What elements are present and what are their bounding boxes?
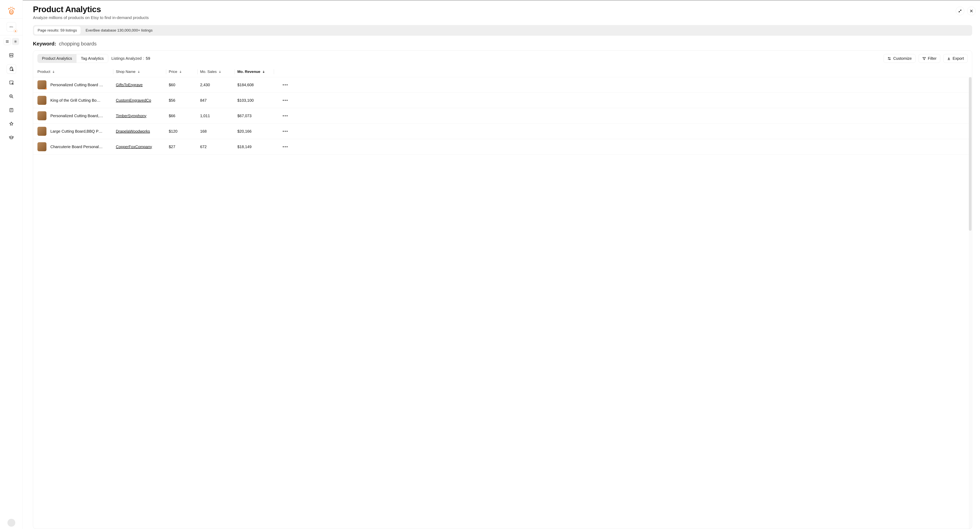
calculator-icon [9, 108, 14, 113]
more-icon: ••• [282, 144, 288, 149]
sales-cell: 2,430 [200, 83, 237, 87]
more-icon: ••• [282, 98, 288, 103]
table-row[interactable]: King of the Grill Cutting Bo… CustomEngr… [33, 93, 972, 108]
col-price-label: Price [169, 70, 177, 74]
nav-item-bag-search[interactable] [7, 64, 16, 74]
shop-cell: GiftsToEngrave [116, 83, 169, 87]
sales-cell: 168 [200, 129, 237, 133]
pill-database[interactable]: EverBee database 130,000,000+ listings [82, 26, 156, 35]
arrow-down-icon [262, 70, 265, 73]
page-subtitle: Analyze millions of products on Etsy to … [33, 15, 972, 20]
row-actions[interactable]: ••• [277, 98, 294, 103]
star-icon [9, 121, 14, 126]
revenue-cell: $67,073 [237, 114, 277, 118]
shop-cell: TimberSymphony [116, 114, 169, 118]
tab-product-analytics-label: Product Analytics [42, 56, 72, 60]
row-actions[interactable]: ••• [277, 144, 294, 149]
tab-product-analytics[interactable]: Product Analytics [38, 54, 76, 63]
vertical-scrollbar[interactable] [969, 77, 972, 529]
nav-item-store[interactable] [7, 51, 16, 60]
col-product-label: Product [37, 70, 50, 74]
nav-item-calculator[interactable] [7, 105, 16, 115]
product-cell: Large Cutting Board,BBQ P… [37, 127, 116, 136]
gear-icon [14, 40, 17, 43]
product-name: Large Cutting Board,BBQ P… [50, 129, 102, 133]
row-actions[interactable]: ••• [277, 82, 294, 87]
product-name: Charcuterie Board Personal… [50, 145, 103, 149]
shop-search-icon [9, 80, 14, 85]
arrow-down-icon [179, 70, 182, 73]
row-actions[interactable]: ••• [277, 129, 294, 134]
settings-toggle-button[interactable] [12, 38, 19, 45]
shop-link[interactable]: CopperFoxCompany [116, 145, 152, 149]
filter-button[interactable]: Filter [919, 54, 940, 63]
col-sales[interactable]: Mo. Sales [200, 70, 237, 74]
pill-page-results[interactable]: Page results: 59 listings [34, 26, 81, 35]
product-thumb [37, 96, 46, 105]
shop-cell: CopperFoxCompany [116, 145, 169, 149]
more-icon: ••• [282, 82, 288, 87]
avatar-zone [8, 516, 15, 529]
product-cell: King of the Grill Cutting Bo… [37, 96, 116, 105]
tab-tag-analytics-label: Tag Analytics [81, 56, 104, 60]
export-button[interactable]: Export [943, 54, 968, 63]
svg-point-9 [889, 59, 890, 60]
minimize-button[interactable] [956, 7, 964, 15]
shop-link[interactable]: GiftsToEngrave [116, 83, 143, 87]
shop-link[interactable]: DrapelaWoodworks [116, 129, 150, 133]
price-cell: $27 [169, 145, 200, 149]
table-row[interactable]: Charcuterie Board Personal… CopperFoxCom… [33, 139, 972, 154]
arrow-down-icon [137, 70, 140, 73]
col-product[interactable]: Product [37, 70, 116, 74]
shop-link[interactable]: CustomEngravedCo [116, 98, 151, 102]
table-row[interactable]: Personalized Cutting Board … GiftsToEngr… [33, 77, 972, 93]
table-row[interactable]: Personalized Cutting Board,… TimberSymph… [33, 108, 972, 124]
price-cell: $120 [169, 129, 200, 133]
pill-database-label: EverBee database 130,000,000+ listings [86, 28, 153, 32]
listings-analyzed: Listings Analyzed : 59 [111, 56, 150, 61]
col-price[interactable]: Price [169, 70, 200, 74]
store-badge[interactable]: wfos [7, 22, 16, 32]
results-table: Product Shop Name Price [33, 67, 972, 529]
col-shop[interactable]: Shop Name [116, 70, 169, 74]
download-icon [947, 57, 951, 60]
col-revenue-label: Mo. Revenue [237, 70, 260, 74]
nav-item-favorites[interactable] [7, 119, 16, 129]
storefront-icon [9, 53, 14, 58]
arrow-down-icon [218, 70, 221, 73]
nav-item-keyword[interactable]: W [7, 92, 16, 101]
price-cell: $66 [169, 114, 200, 118]
customize-button[interactable]: Customize [884, 54, 915, 63]
product-cell: Charcuterie Board Personal… [37, 142, 116, 151]
product-cell: Personalized Cutting Board,… [37, 111, 116, 120]
arrow-down-icon [52, 70, 55, 73]
svg-point-1 [15, 30, 16, 32]
nav-toggle-group [2, 35, 21, 48]
nav-item-learn[interactable] [7, 133, 16, 142]
close-icon [970, 9, 973, 13]
svg-text:W: W [10, 95, 12, 97]
panel-header: Product Analytics Tag Analytics Listings… [33, 51, 972, 67]
listings-analyzed-label: Listings Analyzed : [111, 56, 144, 61]
product-thumb [37, 142, 46, 151]
revenue-cell: $103,100 [237, 98, 277, 103]
table-row[interactable]: Large Cutting Board,BBQ P… DrapelaWoodwo… [33, 124, 972, 139]
shop-link[interactable]: TimberSymphony [116, 114, 146, 118]
window-actions [956, 7, 976, 15]
menu-toggle-button[interactable] [4, 38, 11, 45]
close-button[interactable] [967, 7, 976, 15]
pill-page-results-label: Page results: 59 listings [38, 28, 77, 32]
col-revenue[interactable]: Mo. Revenue [237, 70, 277, 74]
customize-label: Customize [893, 56, 912, 61]
row-actions[interactable]: ••• [277, 113, 294, 118]
keyword-value: chopping boards [59, 41, 96, 47]
keyword-label: Keyword: [33, 41, 56, 47]
export-label: Export [953, 56, 964, 61]
nav-item-shop-search[interactable] [7, 78, 16, 87]
tab-tag-analytics[interactable]: Tag Analytics [76, 54, 108, 63]
sliders-icon [887, 57, 891, 60]
analytics-tab-group: Product Analytics Tag Analytics [37, 54, 108, 63]
user-avatar[interactable] [8, 519, 15, 527]
collapse-icon [958, 9, 962, 13]
scrollbar-thumb[interactable] [969, 77, 972, 231]
